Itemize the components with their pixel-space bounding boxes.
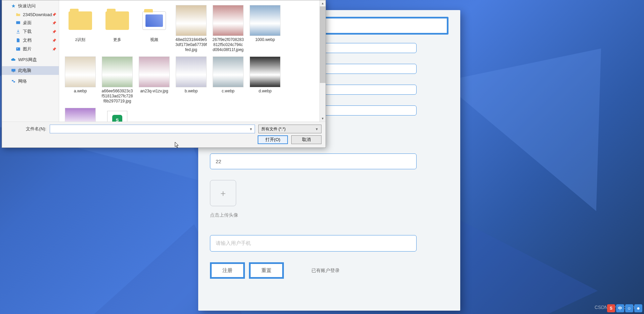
avatar-upload-box[interactable]: ＋ [210, 180, 236, 206]
system-tray: S 中 ☺ ☻ [607, 304, 642, 312]
file-item[interactable]: 48ed32318449e53df173e0a67739ffed.jpg [173, 4, 210, 54]
file-item[interactable]: b.webp [173, 55, 210, 105]
upload-hint: 点击上传头像 [210, 212, 448, 218]
sidebar-desktop[interactable]: 桌面 📌 [2, 18, 59, 27]
phone-placeholder: 请输入用户手机 [216, 240, 251, 246]
file-open-dialog: 快速访问 2345Download 📌 桌面 📌 下载 [2, 0, 326, 148]
image-thumbnail [65, 56, 96, 87]
filename-label: 文件名(N): [6, 126, 46, 132]
sidebar-2345download[interactable]: 2345Download 📌 [2, 10, 59, 18]
register-button[interactable]: 注册 [210, 262, 245, 279]
sidebar-downloads[interactable]: 下载 📌 [2, 27, 59, 36]
sidebar-this-pc[interactable]: 此电脑 [2, 66, 59, 75]
image-thumbnail [139, 56, 170, 87]
folder-icon [15, 12, 21, 17]
network-icon [11, 79, 16, 84]
reset-button[interactable]: 重置 [249, 262, 284, 279]
svg-rect-0 [16, 21, 20, 24]
file-item[interactable]: a66ee5663923c3f51813ad27fc728f8b2970719.… [99, 55, 136, 105]
tray-icon-s[interactable]: S [607, 304, 615, 312]
sidebar-documents[interactable]: 文档 📌 [2, 36, 59, 45]
file-label: z识别 [63, 37, 97, 42]
file-item[interactable]: d.webp [247, 55, 284, 105]
file-label: 48ed32318449e53df173e0a67739ffed.jpg [174, 37, 208, 52]
image-thumbnail [213, 5, 244, 36]
file-label: d.webp [248, 89, 282, 94]
image-thumbnail [102, 56, 133, 87]
chevron-down-icon: ▼ [249, 127, 253, 131]
file-item[interactable]: a.webp [62, 55, 99, 105]
file-label: a.webp [63, 89, 97, 94]
sidebar-wps[interactable]: WPS网盘 [2, 55, 59, 64]
pictures-icon [15, 46, 21, 52]
scroll-thumb[interactable] [320, 6, 326, 83]
filename-combobox[interactable]: ▼ [50, 125, 255, 133]
plus-icon: ＋ [219, 187, 227, 199]
file-item[interactable]: 视频 [136, 4, 173, 54]
file-item[interactable]: Ssample.xlsx [99, 106, 136, 122]
sidebar-network[interactable]: 网络 [2, 77, 59, 86]
file-label: 视频 [137, 37, 171, 42]
star-icon [11, 3, 16, 9]
pin-icon: 📌 [52, 47, 56, 51]
file-item[interactable]: 267f9e2f0708283812f5c024c794cd094c08f11f… [210, 4, 247, 54]
image-thumbnail [176, 5, 207, 36]
file-label: a66ee5663923c3f51813ad27fc728f8b2970719.… [100, 89, 134, 104]
pin-icon: 📌 [52, 13, 56, 16]
file-label: an23q-vi1zv.jpg [137, 89, 171, 94]
file-item[interactable]: e.webp [62, 106, 99, 122]
image-thumbnail [250, 56, 281, 87]
filter-value: 所有文件 (*.*) [261, 126, 286, 132]
svg-point-2 [17, 48, 18, 49]
age-value: 22 [216, 159, 221, 164]
tray-icon-ime[interactable]: 中 [616, 304, 624, 312]
file-item[interactable]: 1000.webp [247, 4, 284, 54]
file-item[interactable]: 更多 [99, 4, 136, 54]
svg-rect-3 [11, 69, 15, 72]
scroll-down-icon[interactable]: ▼ [320, 116, 326, 122]
dialog-scrollbar[interactable]: ▲ ▼ [319, 0, 326, 122]
pin-icon: 📌 [52, 30, 56, 34]
file-item[interactable]: z识别 [62, 4, 99, 54]
open-button[interactable]: 打开(O) [258, 135, 288, 144]
phone-input[interactable]: 请输入用户手机 [210, 235, 417, 252]
scroll-up-icon[interactable]: ▲ [320, 0, 326, 6]
sidebar-quick-access[interactable]: 快速访问 [2, 2, 59, 10]
svg-rect-1 [16, 47, 20, 50]
folder-icon [102, 5, 133, 36]
tray-icon-4[interactable]: ☻ [634, 304, 642, 312]
document-icon [15, 38, 21, 43]
file-label: 1000.webp [248, 37, 282, 42]
file-label: 267f9e2f0708283812f5c024c794cd094c08f11f… [211, 37, 245, 52]
sidebar-pictures[interactable]: 图片 📌 [2, 45, 59, 53]
file-item[interactable]: an23q-vi1zv.jpg [136, 55, 173, 105]
pin-icon: 📌 [52, 21, 56, 25]
svg-rect-6 [13, 81, 15, 83]
video-folder-icon [139, 5, 170, 36]
tray-icon-3[interactable]: ☺ [625, 304, 633, 312]
computer-icon [11, 68, 16, 73]
svg-rect-4 [13, 72, 14, 72]
image-thumbnail [250, 5, 281, 36]
spreadsheet-icon: S [102, 108, 133, 122]
file-label: 更多 [100, 37, 134, 42]
cloud-icon [11, 57, 16, 62]
chevron-down-icon: ▼ [315, 127, 318, 131]
image-thumbnail [213, 56, 244, 87]
desktop-icon [15, 20, 21, 26]
file-label: c.webp [211, 89, 245, 94]
file-grid: z识别更多视频48ed32318449e53df173e0a67739ffed.… [59, 0, 319, 122]
file-filter-combobox[interactable]: 所有文件 (*.*) ▼ [258, 125, 321, 133]
pin-icon: 📌 [52, 39, 56, 42]
cancel-button[interactable]: 取消 [291, 135, 321, 144]
file-item[interactable]: c.webp [210, 55, 247, 105]
download-icon [15, 29, 21, 34]
age-input[interactable]: 22 [210, 153, 417, 169]
folder-icon [65, 5, 96, 36]
image-thumbnail [176, 56, 207, 87]
login-link[interactable]: 已有账户登录 [311, 268, 340, 274]
image-thumbnail [65, 108, 96, 122]
file-label: b.webp [174, 89, 208, 94]
dialog-bottom-bar: 文件名(N): ▼ 所有文件 (*.*) ▼ 打开(O) 取消 [2, 122, 326, 147]
dialog-sidebar: 快速访问 2345Download 📌 桌面 📌 下载 [2, 0, 59, 122]
